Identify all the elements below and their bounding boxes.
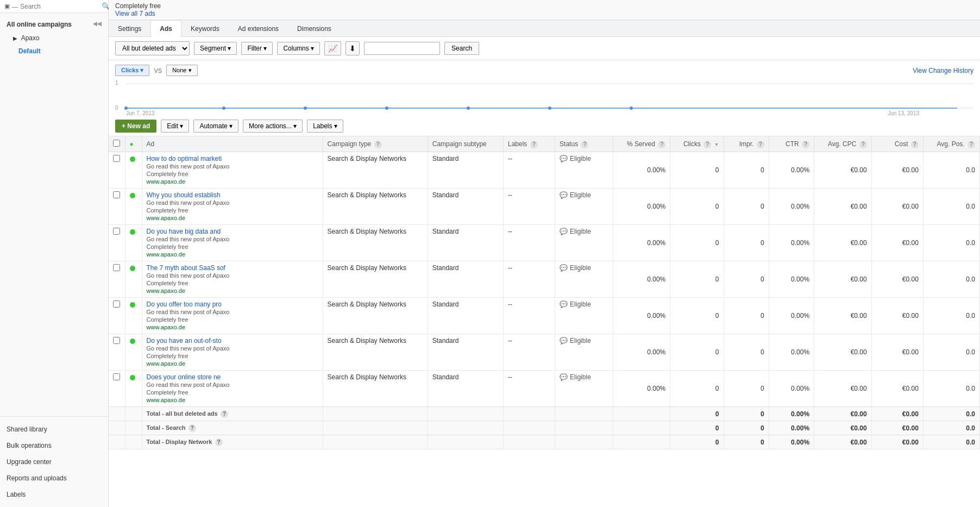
avg-pos-help-icon[interactable]: ? <box>968 141 975 148</box>
status-dot <box>130 229 135 235</box>
campaign-type-value: Search & Display Networks <box>328 264 406 272</box>
filter-button[interactable]: Filter ▾ <box>241 42 273 55</box>
ad-title-link[interactable]: Do you have big data and <box>147 228 221 235</box>
tab-dimensions[interactable]: Dimensions <box>288 20 341 37</box>
download-icon-button[interactable]: ⬇ <box>345 41 360 55</box>
status-value: Eligible <box>570 337 591 345</box>
col-header-avg-cpc[interactable]: Avg. CPC ? <box>814 136 872 152</box>
total-avg-cpc-cell: €0.00 <box>814 421 872 435</box>
campaign-type-value: Search & Display Networks <box>328 228 406 235</box>
sidebar-item-default[interactable]: Default <box>0 45 108 58</box>
row-cost-cell: €0.00 <box>871 152 923 189</box>
col-header-ctr[interactable]: CTR ? <box>769 136 814 152</box>
sidebar-item-labels[interactable]: Labels <box>0 486 108 503</box>
segment-button[interactable]: Segment ▾ <box>194 42 237 55</box>
sidebar-item-bulk-operations[interactable]: Bulk operations <box>0 437 108 454</box>
edit-button[interactable]: Edit ▾ <box>161 120 189 133</box>
total-check-cell <box>109 435 125 449</box>
automate-button[interactable]: Automate ▾ <box>193 120 238 133</box>
ad-title-link[interactable]: The 7 myth about SaaS sof <box>147 264 225 272</box>
columns-button[interactable]: Columns ▾ <box>277 42 320 55</box>
col-header-pct-served[interactable]: % Served ? <box>613 136 670 152</box>
col-header-clicks[interactable]: Clicks ? ▼ <box>670 136 724 152</box>
col-header-campaign-type[interactable]: Campaign type ? <box>323 136 428 152</box>
view-change-history-link[interactable]: View Change History <box>913 67 973 74</box>
cost-col-label: Cost <box>895 140 908 148</box>
status-help-icon[interactable]: ? <box>581 141 588 148</box>
row-checkbox[interactable] <box>113 301 120 308</box>
search-field[interactable] <box>364 42 440 55</box>
sidebar-item-apaxo[interactable]: ▶ Apaxo <box>0 32 108 45</box>
tab-keywords[interactable]: Keywords <box>181 20 229 37</box>
row-checkbox[interactable] <box>113 155 120 162</box>
tab-ads[interactable]: Ads <box>150 20 181 37</box>
minimize-icon[interactable]: — <box>12 3 18 10</box>
total-help-icon[interactable]: ? <box>189 424 196 432</box>
ad-title-link[interactable]: Do you offer too many pro <box>147 301 222 308</box>
new-ad-button[interactable]: + New ad <box>115 120 156 133</box>
table-row: Do you offer too many pro Go read this n… <box>109 298 980 334</box>
row-labels-cell: -- <box>503 261 555 298</box>
row-checkbox[interactable] <box>113 337 120 344</box>
labels-help-icon[interactable]: ? <box>530 141 538 148</box>
ad-url: www.apaxo.de <box>147 251 186 258</box>
row-checkbox[interactable] <box>113 191 120 198</box>
ad-title-link[interactable]: How to do optimal marketi <box>147 155 222 162</box>
pct-served-help-icon[interactable]: ? <box>658 141 665 148</box>
sidebar-item-upgrade-center[interactable]: Upgrade center <box>0 454 108 470</box>
row-checkbox-cell <box>109 152 125 189</box>
col-header-ad[interactable]: Ad <box>142 136 323 152</box>
x-label-start: Jun 7, 2013 <box>126 110 155 116</box>
table-row: The 7 myth about SaaS sof Go read this n… <box>109 261 980 298</box>
action-bar: + New ad Edit ▾ Automate ▾ More actions.… <box>109 116 980 136</box>
row-ad-cell: Do you offer too many pro Go read this n… <box>142 298 323 334</box>
row-checkbox[interactable] <box>113 228 120 235</box>
ad-title-link[interactable]: Why you should establish <box>147 191 221 199</box>
col-header-status[interactable]: Status ? <box>555 136 613 152</box>
sidebar-item-all-campaigns[interactable]: All online campaigns ◀◀ <box>0 17 108 32</box>
select-all-checkbox[interactable] <box>113 140 120 147</box>
col-header-cost[interactable]: Cost ? <box>871 136 923 152</box>
more-actions-button[interactable]: More actions... ▾ <box>243 120 303 133</box>
row-checkbox[interactable] <box>113 373 120 380</box>
clicks-metric-button[interactable]: Clicks ▾ <box>115 65 149 76</box>
col-header-campaign-subtype[interactable]: Campaign subtype <box>428 136 503 152</box>
row-clicks-cell: 0 <box>670 152 724 189</box>
search-button[interactable]: Search <box>444 42 479 55</box>
labels-button[interactable]: Labels ▾ <box>307 120 343 133</box>
sidebar-item-shared-library[interactable]: Shared library <box>0 421 108 437</box>
sidebar-item-reports-and-uploads[interactable]: Reports and uploads <box>0 470 108 486</box>
col-header-labels[interactable]: Labels ? <box>503 136 555 152</box>
filter-ads-select[interactable]: All but deleted ads <box>115 41 190 55</box>
total-clicks-cell: 0 <box>670 435 724 449</box>
col-header-impr[interactable]: Impr. ? <box>724 136 769 152</box>
tab-ad-extensions[interactable]: Ad extensions <box>229 20 288 37</box>
clicks-help-icon[interactable]: ? <box>703 141 711 148</box>
row-campaign-type-cell: Search & Display Networks <box>323 261 428 298</box>
view-all-ads-link[interactable]: View all 7 ads <box>115 10 155 17</box>
row-checkbox[interactable] <box>113 264 120 271</box>
table-row: Why you should establish Go read this ne… <box>109 189 980 225</box>
ad-title-link[interactable]: Does your online store ne <box>147 373 221 381</box>
campaign-type-help-icon[interactable]: ? <box>374 141 382 148</box>
avg-cpc-help-icon[interactable]: ? <box>859 141 867 148</box>
chart-icon-button[interactable]: 📈 <box>324 41 341 55</box>
sidebar-collapse-btn[interactable]: ◀◀ <box>93 21 102 27</box>
ctr-help-icon[interactable]: ? <box>802 141 809 148</box>
sidebar-search-bar[interactable]: ▣ — 🔍 <box>0 0 108 13</box>
total-help-icon[interactable]: ? <box>215 439 223 446</box>
ad-title-link[interactable]: Do you have an out-of-sto <box>147 337 222 345</box>
total-row: Total - Display Network ? 0 0 0.00% €0.0… <box>109 435 980 449</box>
row-status-dot-cell <box>125 152 142 189</box>
none-metric-button[interactable]: None ▾ <box>166 65 197 76</box>
tab-settings[interactable]: Settings <box>109 20 150 37</box>
total-help-icon[interactable]: ? <box>221 410 228 418</box>
row-clicks-cell: 0 <box>670 189 724 225</box>
cost-help-icon[interactable]: ? <box>911 141 919 148</box>
status-dot <box>130 193 135 198</box>
impr-help-icon[interactable]: ? <box>757 141 764 148</box>
col-header-avg-pos[interactable]: Avg. Pos. ? <box>923 136 979 152</box>
search-input[interactable] <box>20 3 102 10</box>
total-avg-pos-value: 0.0 <box>966 410 975 418</box>
avg-pos-value: 0.0 <box>966 239 975 247</box>
